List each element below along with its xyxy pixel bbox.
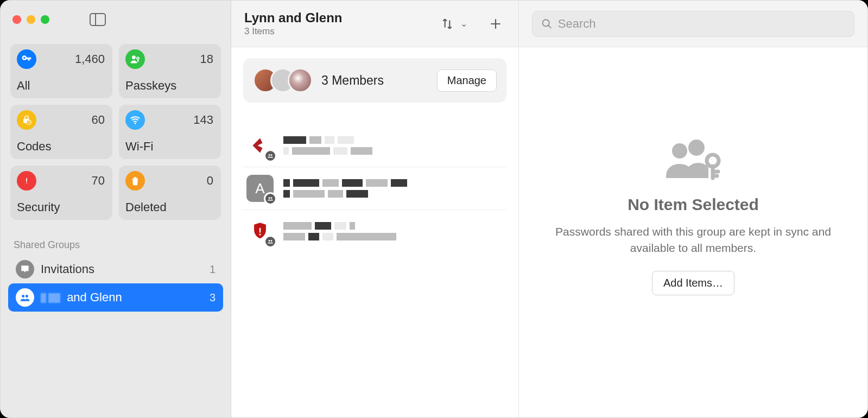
sort-button[interactable]: ⌄ (435, 12, 467, 36)
wifi-icon (125, 110, 145, 130)
svg-point-2 (132, 55, 136, 59)
members-card: 3 Members Manage (243, 58, 506, 103)
svg-point-10 (22, 295, 24, 297)
svg-point-15 (271, 154, 273, 156)
svg-point-21 (271, 240, 273, 242)
codes-icon (17, 110, 36, 130)
svg-point-3 (137, 57, 139, 59)
item-texts (283, 179, 503, 198)
svg-point-19 (259, 233, 261, 235)
people-icon (16, 288, 34, 307)
item-texts (283, 222, 503, 240)
close-window-button[interactable] (12, 15, 21, 24)
category-count: 60 (92, 113, 105, 127)
svg-rect-9 (26, 182, 27, 183)
plus-icon (489, 17, 503, 31)
empty-title: No Item Selected (628, 195, 759, 214)
sidebar-icon (90, 13, 106, 26)
minimize-window-button[interactable] (27, 15, 35, 24)
shared-badge-icon (264, 149, 277, 162)
search-field[interactable] (532, 11, 854, 37)
shared-badge-icon (264, 235, 277, 248)
svg-point-14 (269, 154, 270, 156)
alert-icon (17, 171, 36, 191)
empty-description: Passwords shared with this group are kep… (552, 224, 834, 256)
category-label: Passkeys (125, 79, 213, 93)
category-label: Codes (17, 140, 105, 154)
sidebar-item-count: 3 (210, 292, 216, 304)
category-count: 0 (207, 174, 213, 188)
svg-point-6 (135, 123, 136, 124)
category-count: 143 (193, 113, 213, 127)
svg-line-23 (548, 25, 551, 28)
svg-point-24 (672, 143, 687, 159)
list-title: Lynn and Glenn (244, 10, 430, 26)
svg-rect-18 (259, 228, 261, 233)
sidebar-category-codes[interactable]: 60 Codes (10, 105, 112, 159)
sidebar: 1,460 All 18 Passkeys (1, 1, 231, 417)
avatar (288, 68, 313, 93)
svg-point-25 (688, 140, 705, 156)
category-label: Wi-Fi (125, 140, 213, 154)
titlebar-left (1, 1, 231, 39)
detail-pane: No Item Selected Passwords shared with t… (519, 1, 867, 417)
trash-icon (125, 171, 145, 191)
search-icon (541, 18, 553, 30)
avatar-stack (253, 68, 313, 93)
svg-point-17 (271, 197, 273, 199)
category-label: Security (17, 200, 105, 214)
people-key-icon (661, 137, 726, 180)
item-texts (283, 136, 503, 155)
titlebar-right (519, 1, 867, 47)
search-input[interactable] (558, 17, 845, 31)
item-list-pane: Lynn and Glenn 3 Items ⌄ 3 Members Manag… (231, 1, 519, 417)
sidebar-category-all[interactable]: 1,460 All (10, 44, 112, 98)
category-count: 70 (92, 174, 105, 188)
passkey-icon (125, 49, 145, 69)
sidebar-item-shared-group[interactable]: and Glenn 3 (8, 283, 223, 312)
sidebar-item-invitations[interactable]: Invitations 1 (8, 255, 223, 283)
svg-rect-0 (90, 14, 105, 26)
sidebar-category-passkeys[interactable]: 18 Passkeys (119, 44, 221, 98)
shared-groups-header: Shared Groups (1, 227, 231, 255)
empty-state: No Item Selected Passwords shared with t… (519, 47, 867, 417)
password-item[interactable]: A (243, 167, 506, 210)
sort-icon (435, 12, 459, 36)
svg-point-22 (543, 20, 549, 26)
svg-rect-8 (26, 178, 27, 182)
list-subtitle: 3 Items (244, 26, 430, 37)
add-items-button[interactable]: Add Items… (652, 271, 734, 295)
key-icon (17, 49, 36, 69)
add-item-button[interactable] (484, 12, 508, 36)
category-label: All (17, 79, 105, 93)
category-label: Deleted (125, 200, 213, 214)
inbox-icon (16, 260, 34, 278)
password-item-list: A (231, 108, 518, 252)
category-count: 1,460 (75, 52, 105, 66)
category-count: 18 (200, 52, 213, 66)
category-grid: 1,460 All 18 Passkeys (1, 39, 231, 227)
manage-button[interactable]: Manage (437, 69, 497, 92)
svg-point-16 (269, 197, 270, 199)
sidebar-category-security[interactable]: 70 Security (10, 166, 112, 220)
password-item[interactable] (243, 210, 506, 252)
sidebar-category-wifi[interactable]: 143 Wi-Fi (119, 105, 221, 159)
sidebar-item-count: 1 (210, 263, 216, 276)
traffic-lights (12, 15, 49, 24)
zoom-window-button[interactable] (41, 15, 49, 24)
chevron-down-icon: ⌄ (460, 18, 467, 29)
app-window: 1,460 All 18 Passkeys (0, 0, 868, 418)
sidebar-item-label: Invitations (41, 262, 203, 276)
sidebar-item-label: and Glenn (41, 290, 203, 305)
shared-badge-icon (264, 192, 277, 205)
members-label: 3 Members (321, 73, 428, 88)
titlebar-middle: Lynn and Glenn 3 Items ⌄ (231, 1, 518, 47)
toggle-sidebar-button[interactable] (85, 9, 111, 30)
sidebar-category-deleted[interactable]: 0 Deleted (119, 166, 221, 220)
svg-point-11 (26, 295, 28, 297)
svg-point-20 (269, 240, 270, 242)
password-item[interactable] (243, 124, 506, 167)
